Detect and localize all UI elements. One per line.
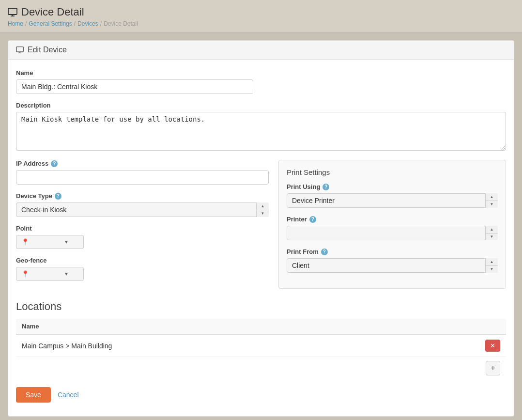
print-from-help-icon[interactable]: ? bbox=[321, 249, 328, 255]
printer-group: Printer ? ▲ ▼ bbox=[287, 216, 498, 240]
remove-location-button[interactable]: ✕ bbox=[485, 340, 500, 352]
location-actions-cell: ✕ bbox=[477, 334, 506, 357]
breadcrumb-general-settings[interactable]: General Settings bbox=[29, 20, 72, 27]
cancel-button[interactable]: Cancel bbox=[56, 387, 81, 403]
card-header: Edit Device bbox=[8, 41, 514, 60]
locations-title: Locations bbox=[16, 300, 506, 313]
save-button[interactable]: Save bbox=[16, 387, 51, 403]
add-location-row: + bbox=[16, 357, 506, 379]
page-header: Device Detail Home / General Settings / … bbox=[0, 0, 522, 32]
card-header-label: Edit Device bbox=[28, 46, 67, 54]
name-input[interactable] bbox=[16, 79, 253, 94]
ip-address-label: IP Address bbox=[16, 160, 48, 167]
ip-address-label-row: IP Address ? bbox=[16, 160, 269, 167]
print-using-label-row: Print Using ? bbox=[287, 183, 498, 190]
ip-address-input[interactable] bbox=[16, 170, 269, 185]
print-using-label: Print Using bbox=[287, 183, 320, 190]
device-type-help-icon[interactable]: ? bbox=[55, 193, 61, 200]
description-input[interactable] bbox=[16, 112, 506, 151]
ip-address-group: IP Address ? bbox=[16, 160, 269, 185]
locations-section: Locations Name Main Campus > Main Buildi… bbox=[16, 300, 506, 379]
print-from-select-wrapper: Client Server ▲ ▼ bbox=[287, 258, 498, 273]
breadcrumb: Home / General Settings / Devices / Devi… bbox=[8, 20, 514, 27]
svg-rect-3 bbox=[16, 47, 23, 52]
print-from-group: Print From ? Client Server ▲ ▼ bbox=[287, 248, 498, 273]
print-using-group: Print Using ? Device Printer Server Prin… bbox=[287, 183, 498, 208]
printer-select-wrapper: ▲ ▼ bbox=[287, 226, 498, 240]
point-label: Point bbox=[16, 225, 269, 232]
geofence-icon: 📍 bbox=[21, 270, 29, 278]
locations-col-name: Name bbox=[16, 319, 477, 334]
card-body: Name Description IP Address ? bbox=[8, 60, 514, 416]
print-from-select[interactable]: Client Server bbox=[287, 258, 498, 273]
svg-rect-0 bbox=[8, 8, 17, 15]
locations-table: Name Main Campus > Main Building ✕ bbox=[16, 319, 506, 357]
description-label: Description bbox=[16, 102, 506, 109]
page-title: Device Detail bbox=[8, 6, 514, 18]
geofence-dropdown-arrow: ▼ bbox=[64, 271, 69, 277]
breadcrumb-home[interactable]: Home bbox=[8, 20, 23, 27]
device-type-label-row: Device Type ? bbox=[16, 192, 269, 200]
device-type-group: Device Type ? Check-in Kiosk Printer Oth… bbox=[16, 192, 269, 217]
geofence-group: Geo-fence 📍 ▼ bbox=[16, 257, 269, 281]
print-using-select-wrapper: Device Printer Server Printer ▲ ▼ bbox=[287, 193, 498, 208]
print-using-select[interactable]: Device Printer Server Printer bbox=[287, 193, 498, 208]
locations-table-header: Name bbox=[16, 319, 506, 334]
table-row: Main Campus > Main Building ✕ bbox=[16, 334, 506, 357]
form-two-col: IP Address ? Device Type ? Ch bbox=[16, 160, 506, 289]
description-group: Description bbox=[16, 102, 506, 152]
ip-address-help-icon[interactable]: ? bbox=[51, 160, 58, 167]
add-location-button[interactable]: + bbox=[486, 361, 500, 375]
name-group: Name bbox=[16, 69, 506, 94]
printer-label-row: Printer ? bbox=[287, 216, 498, 223]
printer-label: Printer bbox=[287, 216, 307, 223]
form-right-col: Print Settings Print Using ? Device Prin… bbox=[278, 160, 506, 289]
print-from-label-row: Print From ? bbox=[287, 248, 498, 255]
point-icon: 📍 bbox=[21, 238, 29, 246]
geofence-label: Geo-fence bbox=[16, 257, 269, 264]
print-from-label: Print From bbox=[287, 248, 319, 255]
page-content: Edit Device Name Description IP bbox=[0, 32, 522, 420]
point-group: Point 📍 ▼ bbox=[16, 225, 269, 249]
locations-col-actions bbox=[477, 319, 506, 334]
card-monitor-icon bbox=[16, 46, 24, 54]
name-label: Name bbox=[16, 69, 506, 77]
location-name-cell: Main Campus > Main Building bbox=[16, 334, 477, 357]
device-type-select-wrapper: Check-in Kiosk Printer Other ▲ ▼ bbox=[16, 202, 269, 217]
point-dropdown-wrapper: 📍 ▼ bbox=[16, 235, 84, 249]
monitor-icon bbox=[8, 7, 17, 17]
print-settings-box: Print Settings Print Using ? Device Prin… bbox=[278, 160, 506, 289]
form-left-col: IP Address ? Device Type ? Ch bbox=[16, 160, 269, 289]
geofence-dropdown-btn[interactable]: 📍 ▼ bbox=[16, 267, 84, 281]
point-dropdown-arrow: ▼ bbox=[64, 239, 69, 245]
breadcrumb-current: Device Detail bbox=[104, 20, 138, 27]
breadcrumb-devices[interactable]: Devices bbox=[77, 20, 98, 27]
device-type-select[interactable]: Check-in Kiosk Printer Other bbox=[16, 202, 269, 217]
printer-select[interactable] bbox=[287, 226, 498, 240]
form-actions: Save Cancel bbox=[16, 379, 506, 406]
print-using-help-icon[interactable]: ? bbox=[322, 184, 329, 190]
edit-device-card: Edit Device Name Description IP bbox=[8, 40, 514, 417]
point-dropdown-btn[interactable]: 📍 ▼ bbox=[16, 235, 84, 249]
print-settings-title: Print Settings bbox=[287, 168, 498, 176]
geofence-dropdown-wrapper: 📍 ▼ bbox=[16, 267, 84, 281]
device-type-label: Device Type bbox=[16, 192, 52, 200]
locations-table-body: Main Campus > Main Building ✕ bbox=[16, 334, 506, 357]
printer-help-icon[interactable]: ? bbox=[309, 216, 316, 223]
